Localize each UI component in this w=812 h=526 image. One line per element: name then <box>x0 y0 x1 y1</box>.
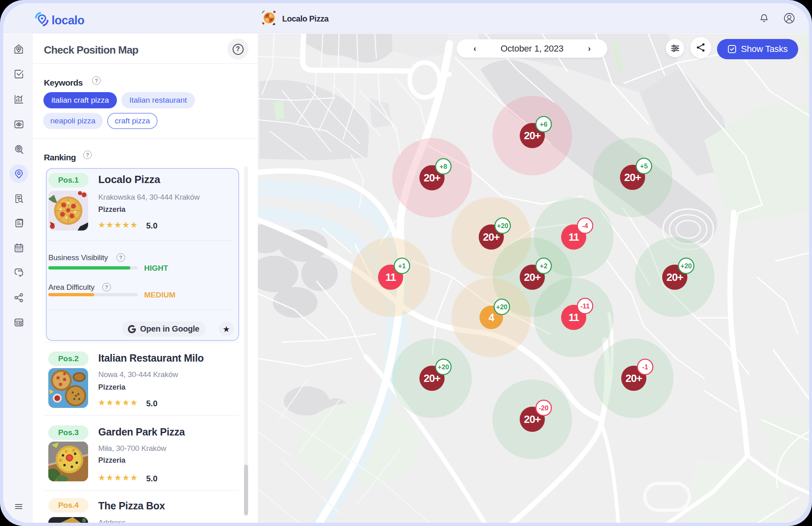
svg-text:20+: 20+ <box>483 231 500 243</box>
svg-text:+20: +20 <box>496 303 508 310</box>
svg-text:20+: 20+ <box>423 172 441 184</box>
svg-text:-11: -11 <box>581 302 590 310</box>
svg-text:11: 11 <box>568 231 579 243</box>
svg-text:+1: +1 <box>398 262 406 269</box>
svg-text:11: 11 <box>385 271 396 283</box>
svg-text:20+: 20+ <box>624 171 641 183</box>
svg-text:+2: +2 <box>540 262 548 269</box>
svg-text:4: 4 <box>488 311 495 323</box>
svg-text:20+: 20+ <box>524 271 541 283</box>
svg-text:+5: +5 <box>640 162 648 170</box>
svg-text:11: 11 <box>568 311 579 323</box>
svg-text:+8: +8 <box>440 163 447 170</box>
svg-text:-1: -1 <box>642 363 648 371</box>
svg-text:20+: 20+ <box>625 372 642 384</box>
svg-text:20+: 20+ <box>666 271 683 283</box>
svg-text:+6: +6 <box>540 121 548 128</box>
svg-text:+20: +20 <box>680 262 692 269</box>
svg-text:20+: 20+ <box>524 129 541 142</box>
svg-text:-20: -20 <box>539 404 549 412</box>
svg-text:+20: +20 <box>497 222 508 229</box>
svg-text:20+: 20+ <box>524 413 541 425</box>
svg-text:+20: +20 <box>438 363 449 371</box>
svg-text:-4: -4 <box>582 222 588 229</box>
svg-text:20+: 20+ <box>423 372 441 384</box>
